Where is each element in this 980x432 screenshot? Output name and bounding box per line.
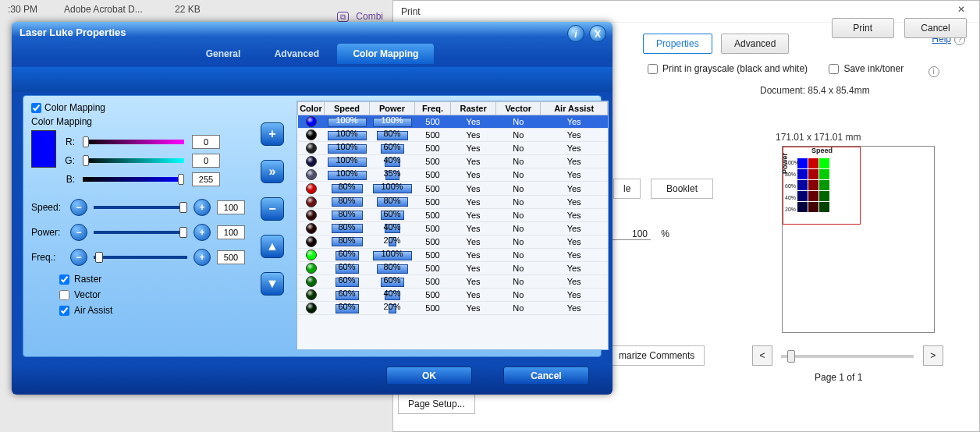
laser-properties-dialog: Laser Luke Properties i X General Advanc… xyxy=(12,22,612,395)
table-row[interactable]: 80%60%500YesNoYes xyxy=(298,208,608,221)
combine-stub: ⧉ Combi xyxy=(337,11,383,22)
preview-zoom: < > xyxy=(752,345,943,366)
b-value[interactable]: 255 xyxy=(192,172,220,186)
col-airassist[interactable]: Air Assist xyxy=(541,102,608,115)
table-row[interactable]: 80%40%500YesNoYes xyxy=(298,221,608,235)
color-mapping-checkbox[interactable]: Color Mapping xyxy=(31,102,257,113)
table-row[interactable]: 60%40%500YesNoYes xyxy=(298,289,608,302)
remove-mapping-button[interactable]: − xyxy=(261,197,284,221)
r-slider[interactable] xyxy=(83,140,184,144)
freq-plus[interactable]: + xyxy=(194,249,211,266)
raster-checkbox[interactable]: Raster xyxy=(59,274,257,285)
booklet-button[interactable]: Booklet xyxy=(651,179,713,199)
air-assist-checkbox[interactable]: Air Assist xyxy=(59,305,257,316)
table-row[interactable]: 100%60%500YesNoYes xyxy=(298,142,608,155)
power-minus[interactable]: − xyxy=(70,224,87,241)
scale-input[interactable]: 100 xyxy=(612,228,651,240)
col-color[interactable]: Color xyxy=(298,102,325,115)
laser-title: Laser Luke Properties xyxy=(12,22,612,44)
grayscale-checkbox[interactable]: Print in grayscale (black and white) xyxy=(648,63,808,74)
combine-icon: ⧉ xyxy=(337,12,349,22)
apply-mapping-button[interactable]: » xyxy=(261,160,284,183)
table-row[interactable]: 100%35%500YesNoYes xyxy=(298,168,608,182)
info-icon: i xyxy=(929,66,939,77)
preview-chart: Speed Power 100%80%60%40%20% xyxy=(783,147,861,225)
freq-value[interactable]: 500 xyxy=(217,250,245,264)
r-value[interactable]: 0 xyxy=(192,135,220,149)
freq-slider[interactable] xyxy=(94,256,187,259)
summarize-comments-button[interactable]: marize Comments xyxy=(609,345,705,366)
color-mapping-table[interactable]: ColorSpeedPowerFreq.RasterVectorAir Assi… xyxy=(296,101,609,350)
freq-minus[interactable]: − xyxy=(70,249,87,266)
table-row[interactable]: 60%100%500YesNoYes xyxy=(298,248,608,261)
print-close-button[interactable]: ✕ xyxy=(950,4,973,19)
speed-plus[interactable]: + xyxy=(194,199,211,216)
table-row[interactable]: 100%40%500YesNoYes xyxy=(298,155,608,168)
vector-checkbox[interactable]: Vector xyxy=(59,289,257,300)
speed-slider[interactable] xyxy=(94,206,187,209)
table-row[interactable]: 60%80%500YesNoYes xyxy=(298,262,608,275)
table-row[interactable]: 80%100%500YesNoYes xyxy=(298,182,608,195)
print-preview: Speed Power 100%80%60%40%20% xyxy=(782,146,935,333)
laser-cancel-button[interactable]: Cancel xyxy=(503,366,589,385)
add-mapping-button[interactable]: + xyxy=(261,122,284,146)
move-up-button[interactable]: ▲ xyxy=(261,235,284,258)
table-row[interactable]: 100%100%500YesNoYes xyxy=(298,115,608,129)
print-button[interactable]: Print xyxy=(832,18,894,38)
g-value[interactable]: 0 xyxy=(192,154,220,168)
saveink-checkbox[interactable]: Save ink/toner xyxy=(829,63,904,74)
laser-close-button[interactable]: X xyxy=(589,25,606,42)
preview-dimensions: 171.01 x 171.01 mm xyxy=(776,132,861,143)
table-row[interactable]: 60%60%500YesNoYes xyxy=(298,275,608,289)
color-mapping-panel: Color Mapping Color Mapping R:0 G:0 B:25… xyxy=(23,95,602,357)
table-row[interactable]: 60%20%500YesNoYes xyxy=(298,302,608,315)
g-slider[interactable] xyxy=(83,158,184,163)
speed-value[interactable]: 100 xyxy=(217,200,245,214)
bg-file-row: :30 PM Adobe Acrobat D... 22 KB xyxy=(0,2,320,19)
power-slider[interactable] xyxy=(94,231,187,234)
table-row[interactable]: 80%80%500YesNoYes xyxy=(298,195,608,208)
col-vector[interactable]: Vector xyxy=(496,102,541,115)
tab-color-mapping[interactable]: Color Mapping xyxy=(337,44,434,64)
zoom-slider[interactable] xyxy=(781,355,914,358)
move-down-button[interactable]: ▼ xyxy=(261,272,284,296)
power-plus[interactable]: + xyxy=(194,224,211,241)
stub-le[interactable]: le xyxy=(613,179,641,199)
laser-tabs: General Advanced Color Mapping xyxy=(12,44,612,67)
table-row[interactable]: 80%20%500YesNoYes xyxy=(298,235,608,248)
cm-group-label: Color Mapping xyxy=(31,116,257,127)
print-cancel-button[interactable]: Cancel xyxy=(904,18,967,38)
tab-general[interactable]: General xyxy=(190,44,257,64)
table-row[interactable]: 100%80%500YesNoYes xyxy=(298,129,608,142)
col-power[interactable]: Power xyxy=(370,102,415,115)
col-freq[interactable]: Freq. xyxy=(415,102,451,115)
power-value[interactable]: 100 xyxy=(217,225,245,239)
col-raster[interactable]: Raster xyxy=(451,102,496,115)
laser-ok-button[interactable]: OK xyxy=(386,366,472,385)
document-dimensions: Document: 85.4 x 85.4mm xyxy=(760,85,870,96)
col-speed[interactable]: Speed xyxy=(325,102,370,115)
b-slider[interactable] xyxy=(83,177,184,182)
page-indicator: Page 1 of 1 xyxy=(815,372,862,383)
color-swatch xyxy=(31,130,56,168)
laser-info-button[interactable]: i xyxy=(567,25,584,42)
speed-minus[interactable]: − xyxy=(70,199,87,216)
zoom-next-button[interactable]: > xyxy=(923,345,943,366)
tab-advanced[interactable]: Advanced xyxy=(259,44,335,64)
zoom-prev-button[interactable]: < xyxy=(752,345,772,366)
page-setup-button[interactable]: Page Setup... xyxy=(398,394,475,414)
